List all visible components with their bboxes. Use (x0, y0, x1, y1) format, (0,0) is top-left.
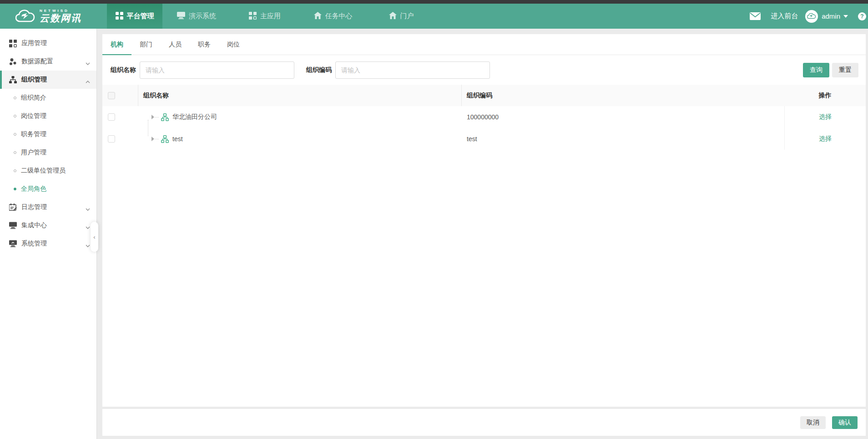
tree-connector (155, 117, 159, 117)
top-nav: 平台管理 演示系统 主应用 任务中心 门户 (107, 4, 435, 29)
nav-tab-main-app[interactable]: 主应用 (231, 4, 299, 29)
chevron-up-icon (86, 77, 90, 85)
cloud-logo-icon (15, 9, 35, 24)
tab-department[interactable]: 部门 (131, 34, 161, 55)
search-button[interactable]: 查询 (803, 63, 829, 77)
table-row: 华北油田分公司 100000000 选择 (102, 106, 866, 128)
sidebar-subitem-post-management[interactable]: 岗位管理 (0, 107, 96, 125)
tab-organization[interactable]: 机构 (102, 34, 131, 55)
sidebar-item-app-management[interactable]: 应用管理 (0, 34, 96, 52)
select-row-link[interactable]: 选择 (819, 113, 832, 121)
sidebar-item-org-management[interactable]: 组织管理 (0, 71, 96, 89)
org-name-cell: test (172, 135, 183, 143)
org-name-label: 组织名称 (111, 66, 136, 74)
select-all-checkbox[interactable] (108, 92, 115, 99)
content-card: 机构 部门 人员 职务 岗位 组织名称 组织编码 查询 重置 组织名称 组织编码… (102, 34, 866, 407)
bullet-icon (14, 133, 16, 136)
sidebar-item-label: 数据源配置 (21, 57, 53, 66)
tree-guide-line (148, 120, 148, 136)
sidebar-subitem-secondary-unit-admin[interactable]: 二级单位管理员 (0, 162, 96, 180)
cancel-button[interactable]: 取消 (800, 416, 826, 429)
sidebar-item-label: 组织管理 (21, 76, 47, 84)
confirm-button[interactable]: 确认 (832, 416, 858, 429)
sidebar-item-label: 日志管理 (21, 203, 47, 211)
sidebar-subitem-duty-management[interactable]: 职务管理 (0, 125, 96, 143)
sidebar-subitem-label: 组织简介 (21, 94, 46, 102)
monitor-wrench-icon (9, 240, 17, 247)
sidebar: 应用管理 数据源配置 组织管理 组织简介 岗位管理 职务管理 用户管理 二级单位… (0, 29, 97, 439)
org-name-cell: 华北油田分公司 (172, 113, 217, 121)
sidebar-subitem-label: 岗位管理 (21, 112, 46, 120)
org-tree-icon (161, 135, 169, 143)
header-right: 进入前台 admin ? (750, 4, 868, 29)
username-label[interactable]: admin (822, 12, 840, 20)
expand-caret-icon[interactable] (151, 115, 154, 119)
home-icon (389, 12, 397, 20)
help-icon[interactable]: ? (858, 12, 866, 20)
search-form: 组织名称 组织编码 查询 重置 (111, 61, 858, 79)
chevron-down-icon (86, 205, 90, 212)
bullet-icon (14, 97, 16, 99)
tree-connector (155, 139, 159, 139)
bullet-icon (14, 115, 16, 117)
footer-action-bar: 取消 确认 (102, 409, 866, 436)
column-header-org-name: 组织名称 (138, 85, 462, 106)
entity-tabbar: 机构 部门 人员 职务 岗位 (102, 34, 866, 55)
org-chart-icon (9, 76, 17, 84)
sidebar-collapse-handle[interactable]: ‹ (91, 222, 98, 252)
sidebar-item-system-management[interactable]: 系统管理 (0, 235, 96, 253)
sidebar-subitem-label: 二级单位管理员 (21, 167, 66, 175)
user-menu-caret-icon[interactable] (843, 15, 848, 18)
mail-icon[interactable] (750, 12, 761, 20)
org-tree-icon (161, 113, 169, 121)
tab-post[interactable]: 岗位 (219, 34, 248, 55)
nav-tab-task-center[interactable]: 任务中心 (299, 4, 367, 29)
nav-tab-platform[interactable]: 平台管理 (107, 4, 162, 29)
enter-front-link[interactable]: 进入前台 (771, 12, 798, 20)
org-code-input[interactable] (335, 61, 490, 79)
expand-caret-icon[interactable] (151, 137, 154, 141)
app-grid-icon (9, 40, 17, 47)
sidebar-item-integration-center[interactable]: 集成中心 (0, 216, 96, 235)
apps-icon (249, 12, 257, 21)
brand-name-en: NETWISD (40, 9, 81, 13)
calendar-edit-icon (9, 204, 17, 211)
bullet-icon (14, 169, 16, 172)
avatar[interactable] (805, 10, 818, 23)
sidebar-subitem-label: 职务管理 (21, 130, 46, 138)
sidebar-subitem-org-intro[interactable]: 组织简介 (0, 89, 96, 107)
select-row-link[interactable]: 选择 (819, 135, 832, 143)
monitor-icon (9, 222, 17, 229)
bullet-icon (14, 188, 16, 190)
org-table: 组织名称 组织编码 操作 华北油田分公司 100000000 选择 (102, 85, 866, 150)
brand-logo: NETWISD 云数网讯 (0, 4, 97, 29)
column-header-org-code: 组织编码 (462, 85, 784, 106)
org-code-cell: test (462, 128, 784, 150)
tab-personnel[interactable]: 人员 (161, 34, 190, 55)
tab-duty[interactable]: 职务 (190, 34, 219, 55)
chevron-down-icon (86, 223, 90, 230)
brand-name-cn: 云数网讯 (40, 13, 81, 23)
sidebar-subitem-user-management[interactable]: 用户管理 (0, 143, 96, 162)
window-top-strip (0, 0, 868, 4)
sidebar-item-log-management[interactable]: 日志管理 (0, 198, 96, 216)
datasource-icon (9, 58, 17, 66)
org-code-cell: 100000000 (462, 106, 784, 128)
grid-icon (116, 12, 123, 21)
row-checkbox[interactable] (108, 113, 115, 121)
main-content: 机构 部门 人员 职务 岗位 组织名称 组织编码 查询 重置 组织名称 组织编码… (97, 29, 868, 439)
sidebar-item-label: 系统管理 (21, 240, 47, 248)
row-checkbox[interactable] (108, 135, 115, 143)
org-code-label: 组织编码 (306, 66, 332, 74)
sidebar-subitem-label: 全局角色 (21, 185, 46, 193)
org-name-input[interactable] (140, 61, 294, 79)
nav-tab-demo-system[interactable]: 演示系统 (162, 4, 231, 29)
chevron-down-icon (86, 241, 90, 249)
home-icon (314, 12, 322, 20)
reset-button[interactable]: 重置 (832, 63, 858, 77)
sidebar-item-label: 集成中心 (21, 221, 47, 230)
sidebar-subitem-global-roles[interactable]: 全局角色 (0, 180, 96, 198)
nav-tab-portal[interactable]: 门户 (367, 4, 435, 29)
sidebar-item-datasource-config[interactable]: 数据源配置 (0, 52, 96, 71)
sidebar-subitem-label: 用户管理 (21, 148, 46, 157)
